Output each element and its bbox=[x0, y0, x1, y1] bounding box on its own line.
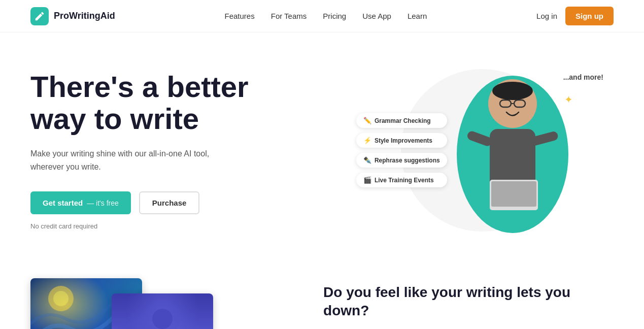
edit-icon: ✒️ bbox=[363, 156, 371, 164]
hero-title: There's a better way to write bbox=[30, 71, 331, 136]
lightning-icon: ⚡ bbox=[363, 137, 371, 144]
second-section-title: Do you feel like your writing lets you d… bbox=[323, 283, 615, 320]
brand-name-text: ProWritingAid bbox=[54, 11, 115, 21]
nav-item-pricing[interactable]: Pricing bbox=[323, 12, 346, 20]
pill-grammar: ✏️ Grammar Checking bbox=[356, 113, 447, 128]
svg-rect-10 bbox=[491, 181, 536, 207]
no-credit-card-text: No credit card required bbox=[30, 222, 331, 230]
svg-point-12 bbox=[53, 291, 69, 306]
pencil-icon: ✏️ bbox=[363, 117, 371, 124]
painting-card-2 bbox=[112, 293, 213, 329]
video-icon: 🎬 bbox=[363, 176, 371, 184]
hero-image-area: ✏️ Grammar Checking ⚡ Style Improvements… bbox=[351, 63, 614, 238]
nav-links: Features For Teams Pricing Use App Learn bbox=[225, 12, 427, 21]
nav-item-for-teams[interactable]: For Teams bbox=[271, 12, 307, 20]
svg-point-5 bbox=[492, 82, 533, 100]
brand-logo-link[interactable]: ProWritingAid bbox=[30, 7, 115, 25]
svg-point-14 bbox=[152, 309, 173, 329]
navbar: ProWritingAid Features For Teams Pricing… bbox=[0, 0, 644, 32]
feature-pills: ✏️ Grammar Checking ⚡ Style Improvements… bbox=[356, 113, 447, 187]
pill-rephrase: ✒️ Rephrase suggestions bbox=[356, 153, 447, 168]
hero-person-illustration bbox=[452, 63, 573, 236]
hero-buttons: Get started — it's free Purchase bbox=[30, 191, 331, 214]
second-content: Do you feel like your writing lets you d… bbox=[323, 278, 615, 329]
pill-training: 🎬 Live Training Events bbox=[356, 173, 447, 187]
purchase-button[interactable]: Purchase bbox=[139, 191, 200, 214]
nav-item-learn[interactable]: Learn bbox=[408, 12, 427, 20]
get-started-button[interactable]: Get started — it's free bbox=[30, 191, 131, 214]
hero-section: There's a better way to write Make your … bbox=[0, 32, 644, 258]
login-button[interactable]: Log in bbox=[536, 12, 557, 20]
pill-style: ⚡ Style Improvements bbox=[356, 133, 447, 148]
second-section: My idea in my head Do you feel like your… bbox=[0, 258, 644, 329]
hero-content: There's a better way to write Make your … bbox=[30, 71, 351, 231]
hero-subtitle: Make your writing shine with our all-in-… bbox=[30, 147, 244, 173]
signup-button[interactable]: Sign up bbox=[565, 7, 614, 25]
brand-logo-icon bbox=[30, 7, 49, 25]
nav-actions: Log in Sign up bbox=[536, 7, 614, 25]
second-image-area: My idea in my head bbox=[30, 278, 293, 329]
free-label: — it's free bbox=[87, 199, 119, 207]
sparkle-icon: ✦ bbox=[564, 93, 573, 106]
nav-item-features[interactable]: Features bbox=[225, 12, 255, 20]
and-more-text: ...and more! bbox=[563, 73, 603, 81]
nav-item-use-app[interactable]: Use App bbox=[362, 12, 391, 20]
